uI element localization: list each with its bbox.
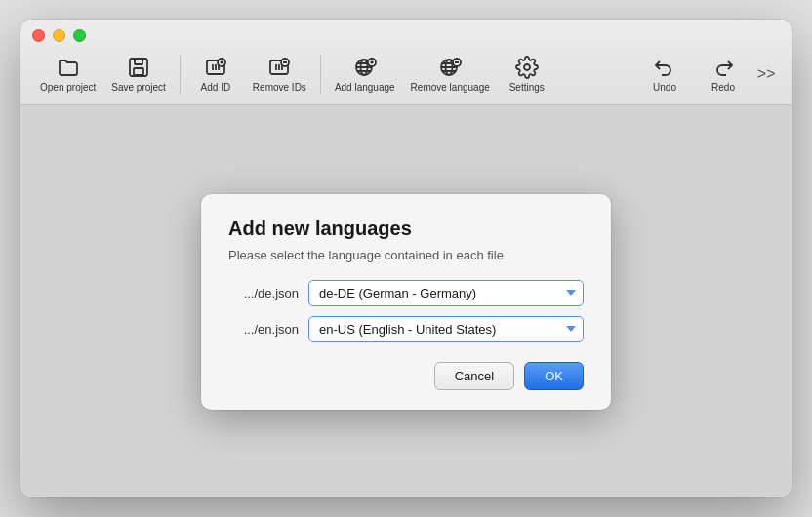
- redo-label: Redo: [711, 82, 735, 93]
- traffic-lights: [32, 20, 780, 48]
- add-languages-modal: Add new languages Please select the lang…: [201, 194, 611, 410]
- remove-language-label: Remove language: [411, 82, 490, 93]
- modal-subtitle: Please select the language contained in …: [228, 248, 584, 262]
- add-id-label: Add ID: [201, 82, 231, 93]
- undo-icon: [653, 56, 676, 79]
- settings-icon: [515, 56, 539, 79]
- save-project-icon: [127, 56, 150, 79]
- main-content: Drag & drop JSON files or folders here A…: [20, 105, 792, 497]
- add-language-icon: [353, 56, 377, 79]
- svg-rect-1: [135, 59, 142, 64]
- toolbar-save-project[interactable]: Save project: [103, 52, 174, 97]
- titlebar: Open project Save project: [20, 20, 792, 105]
- language-select-de[interactable]: de-DE (German - Germany) en-US (English …: [308, 280, 584, 306]
- svg-point-32: [524, 64, 530, 70]
- toolbar-add-id[interactable]: Add ID: [186, 52, 245, 97]
- toolbar-add-language[interactable]: Add language: [327, 52, 403, 97]
- save-project-label: Save project: [111, 82, 166, 93]
- redo-icon: [711, 56, 735, 79]
- toolbar-redo[interactable]: Redo: [694, 52, 752, 97]
- close-button[interactable]: [32, 29, 45, 42]
- select-wrapper-de: de-DE (German - Germany) en-US (English …: [308, 280, 584, 306]
- language-select-en[interactable]: de-DE (German - Germany) en-US (English …: [308, 316, 584, 342]
- main-window: Open project Save project: [20, 20, 792, 497]
- svg-rect-2: [134, 68, 143, 75]
- minimize-button[interactable]: [53, 29, 65, 42]
- modal-file-label-en: .../en.json: [228, 322, 299, 337]
- toolbar-remove-ids[interactable]: Remove IDs: [245, 52, 314, 97]
- settings-label: Settings: [509, 82, 545, 93]
- toolbar-undo[interactable]: Undo: [635, 52, 694, 97]
- modal-overlay: Add new languages Please select the lang…: [20, 105, 792, 497]
- modal-buttons: Cancel OK: [228, 362, 584, 390]
- toolbar-open-project[interactable]: Open project: [32, 52, 103, 97]
- modal-file-label-de: .../de.json: [228, 286, 299, 300]
- open-project-label: Open project: [40, 82, 96, 93]
- select-wrapper-en: de-DE (German - Germany) en-US (English …: [308, 316, 584, 342]
- modal-title: Add new languages: [228, 218, 584, 240]
- modal-row-de: .../de.json de-DE (German - Germany) en-…: [228, 280, 584, 306]
- svg-rect-0: [130, 59, 147, 76]
- ok-button[interactable]: OK: [524, 362, 584, 390]
- maximize-button[interactable]: [73, 29, 86, 42]
- overflow-icon: >>: [757, 65, 776, 83]
- remove-ids-label: Remove IDs: [253, 82, 306, 93]
- cancel-button[interactable]: Cancel: [434, 362, 514, 390]
- open-project-icon: [57, 56, 80, 79]
- toolbar-sep-1: [180, 55, 181, 94]
- toolbar-remove-language[interactable]: Remove language: [403, 52, 498, 97]
- remove-language-icon: [438, 56, 462, 79]
- toolbar: Open project Save project: [32, 48, 780, 104]
- remove-ids-icon: [267, 56, 291, 79]
- toolbar-sep-2: [320, 55, 321, 94]
- toolbar-settings[interactable]: Settings: [498, 52, 556, 97]
- add-id-icon: [204, 56, 227, 79]
- modal-row-en: .../en.json de-DE (German - Germany) en-…: [228, 316, 584, 342]
- add-language-label: Add language: [335, 82, 395, 93]
- undo-label: Undo: [653, 82, 676, 93]
- overflow-button[interactable]: >>: [752, 55, 780, 94]
